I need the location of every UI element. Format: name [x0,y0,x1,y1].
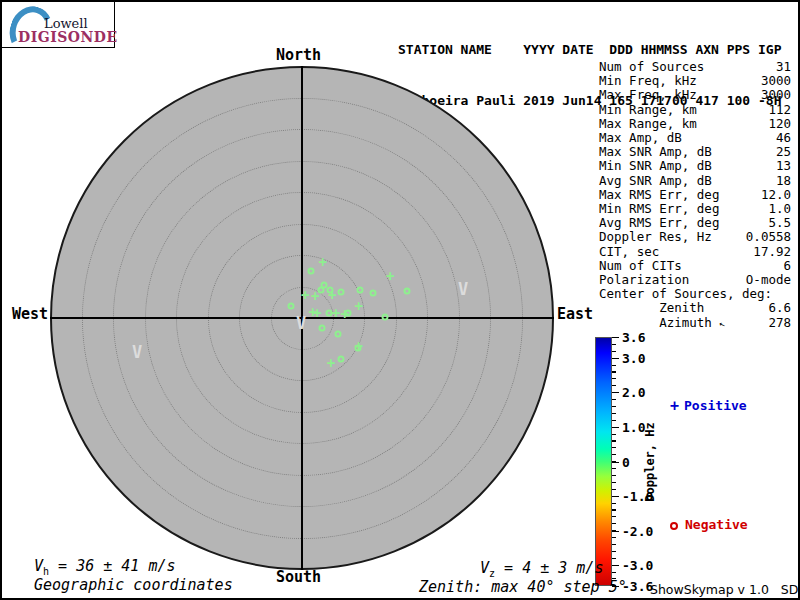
skymap-point-negative [317,287,324,294]
skymap-point-negative [382,313,389,320]
colorbar-tick-label: 0 [622,454,630,469]
skymap-point-positive: + [301,290,309,300]
colorbar-tick-label: 1.0 [622,419,645,434]
legend-positive-label: Positive [684,398,747,413]
stats-row: Doppler Res, Hz0.0558 [599,230,791,244]
skymap-point-negative [319,325,326,332]
skymap-point-positive: + [354,301,362,311]
legend-negative: Negative [670,517,748,532]
colorbar-tick-label: 3.0 [622,350,645,365]
stats-row: Min SNR Amp, dB13 [599,159,791,173]
colorbar-major-tick [612,427,619,428]
coordinate-system-label: Geographic coordinates [34,576,233,594]
stats-panel: Num of Sources31Min Freq, kHz3000Max Fre… [599,60,791,331]
skymap-point-positive: + [319,257,327,267]
colorbar-tick-label: -2.0 [622,523,653,538]
stats-row: Max Freq, kHz3000 [599,88,791,102]
colorbar-major-tick [612,496,619,497]
colorbar-major-tick [612,531,619,532]
compass-north-label: North [276,46,321,64]
compass-east-label: East [557,305,593,323]
horizontal-velocity-readout: Vh = 36 ± 41 m/s [34,557,176,577]
colorbar-major-tick [612,358,619,359]
circle-marker-icon [670,522,678,530]
stats-row: Max Amp, dB46 [599,131,791,145]
stats-row: Avg SNR Amp, dB18 [599,174,791,188]
skymap-point-negative [338,289,345,296]
v-marker: V [458,279,468,299]
colorbar-major-tick [612,565,619,566]
skymap-point-negative [307,267,314,274]
plus-marker-icon: + [670,397,679,415]
stats-row: CIT, sec17.92 [599,245,791,259]
zenith-scale-note: Zenith: max 40° step 5° [419,578,627,596]
stats-row: PolarizationO-mode [599,273,791,287]
stats-row: Max Range, km120 [599,117,791,131]
skymap-point-positive: + [313,308,321,318]
skymap-point-positive: + [386,271,394,281]
software-version: ShowSkymap v 1.0 SD v 5.1 [650,582,800,597]
skymap-point-negative [326,309,333,316]
colorbar-major-tick [612,392,619,393]
skymap-point-positive: + [332,308,340,318]
skymap-point-positive: + [327,358,335,368]
skymap-point-negative [334,330,341,337]
colorbar-major-tick [612,462,619,463]
colorbar-tick-label: 2.0 [622,385,645,400]
skymap-point-negative [356,287,363,294]
skymap-point-negative [344,309,351,316]
stats-row: Num of CITs6 [599,259,791,273]
logo-digisonde-text: DIGISONDE [18,29,118,45]
stats-row: Zenith6.6 [599,301,791,315]
vertical-velocity-readout: Vz = 4 ± 3 m/s [480,559,603,579]
stats-row: Min RMS Err, deg1.0 [599,202,791,216]
stats-row: Max RMS Err, deg12.0 [599,188,791,202]
stats-row: Center of Sources, deg: [599,287,791,301]
skymap-point-negative [338,355,345,362]
colorbar-tick-label: 3.6 [622,330,645,345]
stats-row: Num of Sources31 [599,60,791,74]
stats-row: Max SNR Amp, dB25 [599,145,791,159]
doppler-colorbar [595,337,612,586]
skymap-point-negative [326,287,333,294]
skymap-point-negative [288,303,295,310]
stats-row: Min Range, km112 [599,103,791,117]
compass-west-label: West [12,305,48,323]
stats-row: Min Freq, kHz3000 [599,74,791,88]
legend-positive: +Positive [670,397,747,415]
skymap-point-negative [355,345,362,352]
skymap-point-negative [370,289,377,296]
v-marker: V [296,313,306,333]
stats-row: Avg RMS Err, deg5.5 [599,216,791,230]
lowell-digisonde-logo: Lowell DIGISONDE [2,2,115,48]
station-header-columns: STATION NAME YYYY DATE DDD HHMMSS AXN PP… [398,41,782,58]
colorbar-major-tick [612,337,619,338]
showskymap-window: Lowell DIGISONDE STATION NAME YYYY DATE … [0,0,800,600]
compass-south-label: South [276,568,321,586]
v-marker: V [132,342,142,362]
skymap-point-negative [404,287,411,294]
colorbar-title: Doppler, Hz [643,422,657,501]
colorbar-tick-label: -3.0 [622,558,653,573]
legend-negative-label: Negative [685,517,748,532]
